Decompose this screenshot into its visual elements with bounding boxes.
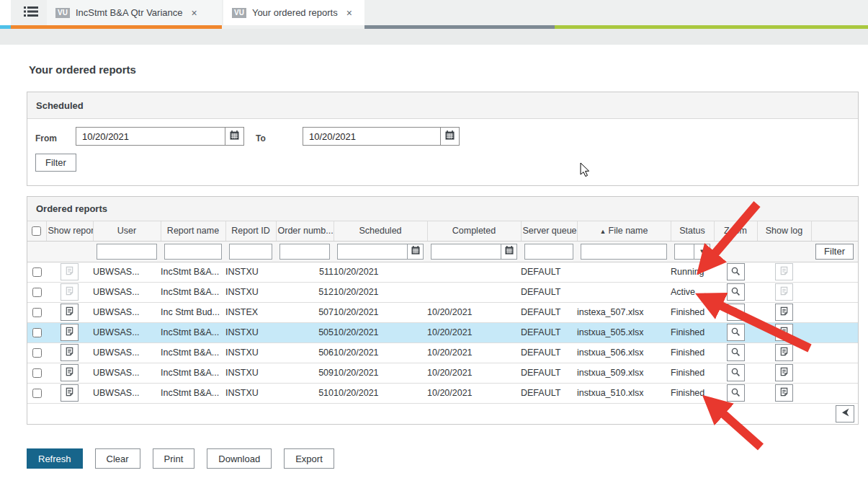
row-checkbox[interactable]: [32, 368, 42, 378]
row-checkbox[interactable]: [32, 328, 42, 337]
show-report-button[interactable]: [61, 304, 79, 321]
export-button[interactable]: Export: [284, 448, 334, 469]
cell-completed: 10/20/2021: [427, 322, 521, 342]
filter-user-input[interactable]: [97, 244, 157, 260]
report-document-icon: [65, 367, 74, 379]
cell-status: Finished: [671, 322, 714, 342]
report-document-icon: [65, 387, 74, 399]
chevron-down-icon: ▼: [699, 248, 705, 255]
zoom-button[interactable]: [727, 384, 745, 402]
col-show-report[interactable]: Show report: [46, 221, 93, 241]
show-report-button[interactable]: [61, 324, 79, 341]
row-checkbox[interactable]: [32, 308, 42, 317]
filter-order-number-input[interactable]: [279, 244, 330, 260]
close-icon[interactable]: ×: [346, 8, 352, 18]
download-button[interactable]: Download: [207, 448, 272, 469]
filter-scheduled-calendar-button[interactable]: [407, 244, 423, 259]
cell-user: UBWSAS...: [93, 262, 161, 282]
col-status[interactable]: Status: [671, 221, 714, 241]
tab-list-menu-button[interactable]: [16, 0, 46, 25]
col-completed[interactable]: Completed: [427, 221, 521, 241]
zoom-button[interactable]: [727, 304, 745, 321]
select-all-checkbox[interactable]: [32, 226, 41, 236]
show-log-button[interactable]: [775, 324, 793, 341]
log-document-icon: [779, 367, 789, 379]
tab-your-ordered-reports[interactable]: VU Your ordered reports ×: [223, 0, 364, 25]
show-report-button[interactable]: [61, 283, 79, 301]
cell-file-name: instxua_509.xlsx: [577, 363, 671, 383]
cell-order-number: 505: [276, 322, 334, 342]
col-zoom[interactable]: Zoom: [714, 221, 757, 241]
from-calendar-button[interactable]: [225, 128, 243, 145]
to-date-input[interactable]: [303, 128, 440, 145]
cell-server-queue: DEFAULT: [521, 342, 577, 363]
table-header-row: Show report User Report name Report ID O…: [27, 221, 858, 241]
cell-report-id: INSTXU: [225, 262, 276, 282]
col-show-log[interactable]: Show log: [757, 221, 811, 241]
cell-order-number: 509: [276, 363, 334, 383]
cell-user: UBWSAS...: [93, 302, 161, 322]
close-icon[interactable]: ×: [192, 8, 197, 18]
filter-report-name-input[interactable]: [164, 244, 222, 260]
col-report-id[interactable]: Report ID: [225, 221, 276, 241]
filter-report-id-input[interactable]: [229, 244, 272, 260]
zoom-button[interactable]: [727, 324, 745, 341]
ordered-reports-title: Ordered reports: [27, 197, 858, 221]
col-user[interactable]: User: [93, 221, 161, 241]
cell-server-queue: DEFAULT: [521, 302, 577, 322]
filter-completed-input[interactable]: [431, 244, 501, 259]
magnifier-icon: [730, 306, 741, 319]
cell-user: UBWSAS...: [93, 282, 161, 302]
zoom-button[interactable]: [727, 344, 745, 361]
row-checkbox[interactable]: [32, 267, 42, 277]
filter-scheduled-input[interactable]: [338, 244, 407, 259]
show-report-button[interactable]: [61, 263, 79, 280]
filter-status-dropdown-button[interactable]: ▼: [694, 244, 710, 259]
row-checkbox[interactable]: [32, 389, 42, 398]
col-server-queue[interactable]: Server queue: [521, 221, 577, 241]
filter-file-name-input[interactable]: [581, 244, 667, 260]
log-document-icon: [779, 266, 789, 278]
filter-status-input[interactable]: [675, 244, 694, 259]
show-log-button[interactable]: [775, 364, 793, 381]
zoom-button[interactable]: [727, 263, 745, 280]
table-row: UBWSAS... IncStmt B&A... INSTXU 510 10/2…: [27, 383, 858, 403]
log-document-icon: [779, 347, 789, 358]
return-button[interactable]: [836, 405, 854, 423]
zoom-button[interactable]: [727, 283, 745, 301]
show-log-button[interactable]: [775, 304, 793, 321]
show-report-button[interactable]: [61, 364, 79, 381]
from-date-input[interactable]: [76, 128, 225, 145]
table-footer-row: [27, 403, 858, 424]
show-log-button[interactable]: [775, 344, 793, 361]
cell-order-number: 507: [276, 302, 334, 322]
col-file-name[interactable]: ▲File name: [577, 221, 671, 241]
cell-user: UBWSAS...: [93, 342, 161, 363]
cell-scheduled: 10/20/2021: [334, 302, 427, 322]
row-checkbox[interactable]: [32, 288, 42, 297]
refresh-button[interactable]: Refresh: [27, 448, 83, 469]
table-filter-row: ▼ Filter: [27, 241, 858, 262]
page-title: Your ordered reports: [29, 63, 136, 76]
show-log-button[interactable]: [775, 283, 793, 301]
cell-user: UBWSAS...: [93, 322, 161, 342]
col-scheduled[interactable]: Scheduled: [334, 221, 427, 241]
show-log-button[interactable]: [775, 263, 793, 280]
col-order-number[interactable]: Order numb...: [276, 221, 334, 241]
print-button[interactable]: Print: [153, 448, 195, 469]
grid-filter-button[interactable]: Filter: [815, 244, 854, 260]
zoom-button[interactable]: [727, 364, 745, 381]
row-checkbox[interactable]: [32, 348, 42, 358]
scheduled-filter-button[interactable]: Filter: [35, 154, 76, 172]
col-report-name[interactable]: Report name: [161, 221, 225, 241]
filter-server-queue-input[interactable]: [524, 244, 573, 260]
to-calendar-button[interactable]: [440, 128, 459, 145]
show-report-button[interactable]: [61, 384, 79, 402]
calendar-icon: [230, 131, 239, 142]
cell-report-id: INSTXU: [225, 322, 276, 342]
show-report-button[interactable]: [61, 344, 79, 361]
filter-completed-calendar-button[interactable]: [501, 244, 516, 259]
clear-button[interactable]: Clear: [95, 448, 140, 469]
show-log-button[interactable]: [775, 384, 793, 402]
tab-incstmt-variance[interactable]: VU IncStmt B&A Qtr Variance ×: [47, 0, 222, 25]
